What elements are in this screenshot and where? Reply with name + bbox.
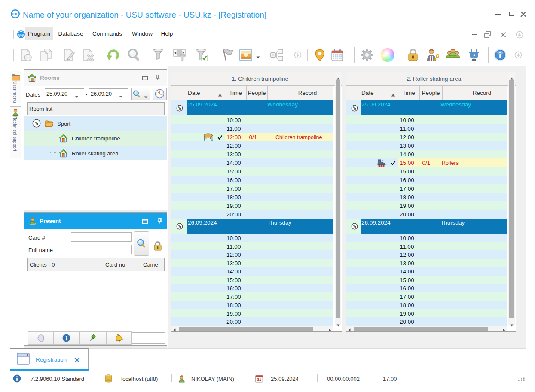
svg-text:31: 31 bbox=[257, 377, 261, 382]
svg-text:USU: USU bbox=[18, 33, 24, 36]
svg-text:USU: USU bbox=[12, 13, 18, 16]
